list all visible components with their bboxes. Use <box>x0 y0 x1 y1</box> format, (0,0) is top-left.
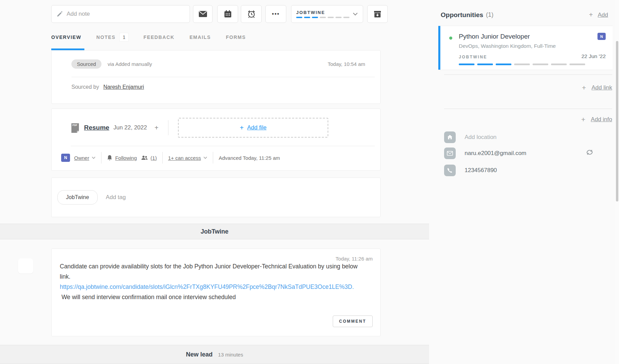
plus-icon: + <box>589 11 593 19</box>
pipeline-stage-dropdown[interactable]: JOBTWINE <box>291 5 363 23</box>
opportunity-date: 22 Jun '22 <box>581 53 606 59</box>
pdf-file-icon: PDF <box>70 123 80 133</box>
opportunities-count: (1) <box>486 11 494 18</box>
send-email-button[interactable] <box>193 5 212 23</box>
pipeline-name: JOBTWINE <box>296 10 353 15</box>
opportunity-subtitle: DevOps, Washington Kingdom, Full-Time <box>459 43 556 49</box>
tab-overview[interactable]: OVERVIEW <box>51 34 81 40</box>
comment-text: Candidate can provide availability slots… <box>60 263 358 280</box>
pipeline-progress <box>296 17 353 18</box>
comment-card: Today, 11:26 am Candidate can provide av… <box>51 249 381 336</box>
add-file-link[interactable]: Add file <box>247 124 266 131</box>
chevron-down-icon <box>353 12 358 16</box>
location-row[interactable]: Add location <box>444 131 612 143</box>
schedule-event-button[interactable] <box>217 5 238 23</box>
add-file-dropzone[interactable]: + Add file <box>178 118 328 138</box>
scrollbar-thumb[interactable] <box>616 41 618 201</box>
divider <box>168 120 168 135</box>
following-toggle[interactable]: Following <box>115 155 137 161</box>
add-link-button[interactable]: + Add link <box>441 84 612 92</box>
opportunities-header: Opportunities (1) + Add <box>441 11 608 19</box>
ellipsis-icon: ••• <box>272 11 280 17</box>
tag-jobtwine[interactable]: JobTwine <box>57 190 98 205</box>
avatar <box>18 258 33 274</box>
candidate-phone[interactable]: 1234567890 <box>465 167 497 174</box>
archive-button[interactable] <box>367 5 388 23</box>
access-dropdown[interactable]: 1+ can access <box>168 155 201 161</box>
bell-icon <box>107 155 112 161</box>
sourced-card: Sourced via Added manually Today, 10:54 … <box>51 50 381 104</box>
tab-forms[interactable]: FORMS <box>226 34 246 40</box>
owner-dropdown[interactable]: Owner <box>74 155 89 161</box>
envelope-icon <box>444 148 456 159</box>
divider <box>444 74 612 75</box>
comment-button[interactable]: COMMENT <box>333 316 373 327</box>
add-note-input[interactable] <box>67 11 185 17</box>
active-opportunity-indicator <box>438 26 440 70</box>
opportunities-title: Opportunities <box>441 11 483 19</box>
opportunity-progress <box>459 64 585 65</box>
tags-card: JobTwine <box>51 178 381 217</box>
plus-icon: + <box>581 115 585 124</box>
tab-notes[interactable]: NOTES 1 <box>96 33 128 41</box>
followers-count-link[interactable]: (1) <box>151 155 157 161</box>
svg-text:PDF: PDF <box>72 124 78 126</box>
add-location-placeholder[interactable]: Add location <box>465 134 497 141</box>
alarm-clock-icon <box>247 10 256 18</box>
add-info-button[interactable]: + Add info <box>441 115 612 124</box>
profile-tabs: OVERVIEW NOTES 1 FEEDBACK EMAILS FORMS <box>51 33 246 41</box>
sourced-via-text: via Added manually <box>108 61 152 67</box>
more-actions-button[interactable]: ••• <box>265 5 286 23</box>
tab-emails[interactable]: EMAILS <box>190 34 211 40</box>
sync-email-button[interactable] <box>585 148 594 158</box>
add-tag-input[interactable] <box>106 194 174 201</box>
phone-icon <box>444 165 456 176</box>
opportunity-title[interactable]: Python Junior Developer <box>459 33 530 40</box>
tab-feedback[interactable]: FEEDBACK <box>143 34 175 40</box>
section-header-new-lead: New lead 13 minutes <box>0 345 429 364</box>
comment-text-2: We will send interview confirmation mail… <box>60 294 236 300</box>
divider <box>213 152 213 164</box>
sync-icon <box>585 148 594 156</box>
sourced-by-name-link[interactable]: Naresh Enjamuri <box>103 84 144 90</box>
resume-file-date: Jun 22, 2022 <box>113 124 147 131</box>
archive-box-icon <box>373 10 382 18</box>
home-icon <box>444 131 456 143</box>
opportunity-pipeline-name: JOBTWINE <box>459 55 487 59</box>
divider <box>444 109 612 109</box>
followers-icon <box>141 155 148 160</box>
add-opportunity-button[interactable]: + Add <box>589 11 608 19</box>
section-title: JobTwine <box>201 228 229 235</box>
chevron-down-icon <box>203 156 207 159</box>
sourced-timestamp: Today, 10:54 am <box>328 61 365 67</box>
section-title: New lead <box>186 351 212 358</box>
sourced-status-badge: Sourced <box>71 59 101 69</box>
availability-slots-link[interactable]: https://qa.jobtwine.com/candidate/slots/… <box>60 283 354 290</box>
sourced-by-label: Sourced by <box>71 84 99 90</box>
plus-icon: + <box>582 84 586 92</box>
candidate-email[interactable]: naru.e2001@gmail.com <box>465 150 526 157</box>
comment-timestamp: Today, 11:26 am <box>335 256 373 262</box>
stage-advanced-info: Advanced Today, 11:25 am <box>219 155 280 161</box>
add-note-field[interactable] <box>51 5 190 23</box>
set-reminder-button[interactable] <box>241 5 262 23</box>
section-header-jobtwine: JobTwine <box>0 224 429 239</box>
resume-card: PDF Resume Jun 22, 2022 + + Add file N O… <box>51 109 381 171</box>
add-resume-button[interactable]: + <box>154 124 159 132</box>
calendar-icon <box>224 10 232 18</box>
opportunity-card[interactable]: Python Junior Developer N DevOps, Washin… <box>438 26 613 70</box>
opportunity-owner-badge: N <box>597 33 606 40</box>
divider <box>101 152 101 164</box>
resume-file-link[interactable]: Resume <box>84 124 109 131</box>
owner-avatar-badge: N <box>61 154 70 162</box>
notes-count-badge: 1 <box>120 33 128 41</box>
plus-icon: + <box>240 124 244 132</box>
divider <box>162 152 163 164</box>
status-dot <box>449 37 452 40</box>
pencil-icon <box>56 11 63 17</box>
chevron-down-icon <box>92 156 96 159</box>
mail-icon <box>198 10 207 18</box>
section-time: 13 minutes <box>218 352 243 358</box>
phone-row[interactable]: 1234567890 <box>444 165 612 176</box>
